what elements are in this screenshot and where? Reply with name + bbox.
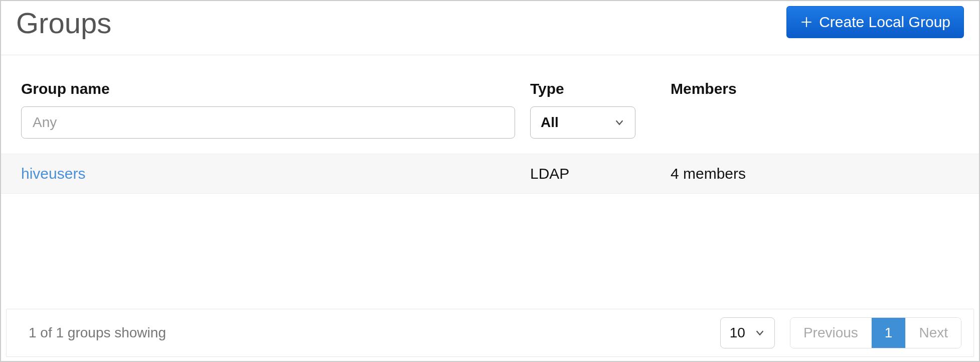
page-title: Groups xyxy=(16,6,111,40)
showing-status: 1 of 1 groups showing xyxy=(19,325,166,341)
previous-page-button[interactable]: Previous xyxy=(790,318,871,348)
type-filter-value: All xyxy=(541,114,559,131)
chevron-down-icon xyxy=(614,117,625,128)
column-type: Type All xyxy=(530,80,656,139)
group-name-header: Group name xyxy=(21,80,515,97)
group-link[interactable]: hiveusers xyxy=(21,165,85,182)
page-size-value: 10 xyxy=(730,325,745,341)
groups-page: Groups Create Local Group Group name Typ… xyxy=(0,0,980,362)
page-size-select[interactable]: 10 xyxy=(720,317,775,348)
chevron-down-icon xyxy=(754,327,765,338)
table-row: hiveusers LDAP 4 members xyxy=(1,154,979,194)
pagination: Previous 1 Next xyxy=(790,317,961,348)
page-header: Groups Create Local Group xyxy=(1,1,979,55)
page-number-current[interactable]: 1 xyxy=(872,318,906,348)
plus-icon xyxy=(800,16,813,29)
column-members: Members xyxy=(671,80,964,106)
members-header: Members xyxy=(671,80,964,97)
next-page-button[interactable]: Next xyxy=(906,318,961,348)
type-header: Type xyxy=(530,80,656,97)
create-local-group-button[interactable]: Create Local Group xyxy=(786,6,964,38)
table-footer: 1 of 1 groups showing 10 Previous 1 Next xyxy=(6,309,974,357)
type-filter-select[interactable]: All xyxy=(530,106,635,139)
group-members-cell: 4 members xyxy=(671,165,964,182)
group-type-cell: LDAP xyxy=(530,165,656,182)
group-name-filter-input[interactable] xyxy=(21,106,515,139)
filter-row: Group name Type All Members xyxy=(1,55,979,149)
create-local-group-label: Create Local Group xyxy=(819,14,950,31)
column-group-name: Group name xyxy=(21,80,515,139)
